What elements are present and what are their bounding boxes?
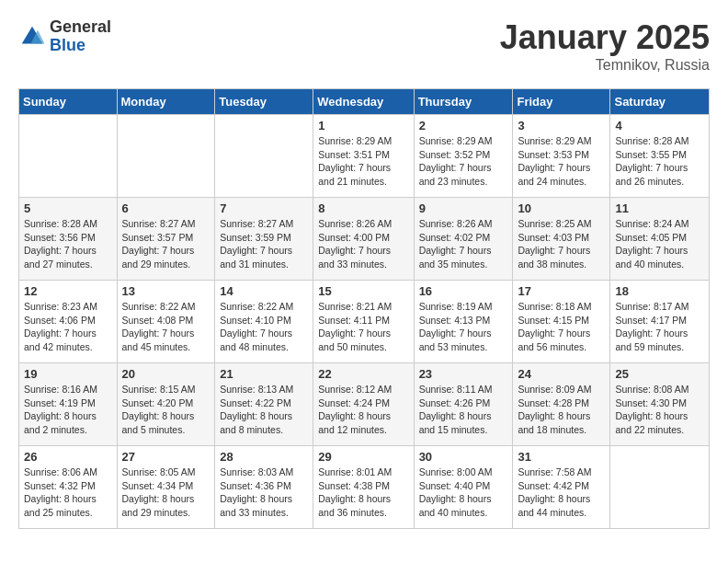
weekday-header-wednesday: Wednesday [313,89,414,115]
calendar-body: 1Sunrise: 8:29 AM Sunset: 3:51 PM Daylig… [19,115,710,529]
day-info: Sunrise: 8:22 AM Sunset: 4:08 PM Dayligh… [122,300,210,354]
weekday-header-monday: Monday [117,89,215,115]
day-cell-19: 19Sunrise: 8:16 AM Sunset: 4:19 PM Dayli… [19,363,118,446]
day-info: Sunrise: 8:29 AM Sunset: 3:52 PM Dayligh… [419,134,508,189]
day-cell-31: 31Sunrise: 7:58 AM Sunset: 4:42 PM Dayli… [513,446,610,529]
day-info: Sunrise: 8:27 AM Sunset: 3:59 PM Dayligh… [220,217,308,271]
day-info: Sunrise: 8:00 AM Sunset: 4:40 PM Dayligh… [419,465,508,520]
day-info: Sunrise: 8:28 AM Sunset: 3:55 PM Dayligh… [615,134,704,189]
logo-blue-text: Blue [50,37,111,55]
day-cell-26: 26Sunrise: 8:06 AM Sunset: 4:32 PM Dayli… [19,446,118,529]
day-info: Sunrise: 8:06 AM Sunset: 4:32 PM Dayligh… [24,465,112,520]
day-number: 29 [318,450,408,464]
day-cell-9: 9Sunrise: 8:26 AM Sunset: 4:02 PM Daylig… [414,198,513,281]
title-block: January 2025 Temnikov, Russia [500,18,710,74]
weekday-header-tuesday: Tuesday [215,89,313,115]
day-number: 16 [419,284,508,298]
day-cell-12: 12Sunrise: 8:23 AM Sunset: 4:06 PM Dayli… [19,281,118,363]
empty-cell [19,115,118,198]
weekday-header-friday: Friday [513,89,610,115]
day-number: 11 [615,201,704,215]
day-cell-21: 21Sunrise: 8:13 AM Sunset: 4:22 PM Dayli… [215,363,313,446]
day-info: Sunrise: 8:13 AM Sunset: 4:22 PM Dayligh… [220,383,308,437]
day-cell-18: 18Sunrise: 8:17 AM Sunset: 4:17 PM Dayli… [610,281,710,363]
location: Temnikov, Russia [500,57,710,74]
day-number: 30 [419,450,508,464]
day-cell-16: 16Sunrise: 8:19 AM Sunset: 4:13 PM Dayli… [414,281,513,363]
day-number: 5 [24,201,112,215]
day-cell-29: 29Sunrise: 8:01 AM Sunset: 4:38 PM Dayli… [313,446,414,529]
day-number: 27 [122,450,210,464]
weekday-header-thursday: Thursday [414,89,513,115]
day-info: Sunrise: 8:05 AM Sunset: 4:34 PM Dayligh… [122,465,210,520]
day-info: Sunrise: 8:25 AM Sunset: 4:03 PM Dayligh… [518,217,605,271]
day-number: 28 [220,450,308,464]
day-cell-3: 3Sunrise: 8:29 AM Sunset: 3:53 PM Daylig… [513,115,610,198]
day-number: 20 [122,367,210,381]
day-number: 15 [318,284,408,298]
day-number: 4 [615,119,704,132]
day-number: 21 [220,367,308,381]
day-cell-22: 22Sunrise: 8:12 AM Sunset: 4:24 PM Dayli… [313,363,414,446]
month-title: January 2025 [500,18,710,57]
day-number: 13 [122,284,210,298]
day-number: 31 [518,450,605,464]
week-row-5: 26Sunrise: 8:06 AM Sunset: 4:32 PM Dayli… [19,446,710,529]
day-cell-14: 14Sunrise: 8:22 AM Sunset: 4:10 PM Dayli… [215,281,313,363]
day-info: Sunrise: 8:08 AM Sunset: 4:30 PM Dayligh… [615,383,704,437]
weekday-header-row: SundayMondayTuesdayWednesdayThursdayFrid… [19,89,710,115]
day-number: 26 [24,450,112,464]
page-header: General Blue January 2025 Temnikov, Russ… [18,18,710,74]
day-info: Sunrise: 8:18 AM Sunset: 4:15 PM Dayligh… [518,300,605,354]
day-cell-24: 24Sunrise: 8:09 AM Sunset: 4:28 PM Dayli… [513,363,610,446]
day-number: 25 [615,367,704,381]
logo-icon [18,23,46,51]
day-info: Sunrise: 8:29 AM Sunset: 3:51 PM Dayligh… [318,134,408,189]
day-cell-23: 23Sunrise: 8:11 AM Sunset: 4:26 PM Dayli… [414,363,513,446]
logo-general-text: General [50,18,111,37]
week-row-1: 1Sunrise: 8:29 AM Sunset: 3:51 PM Daylig… [19,115,710,198]
logo-text: General Blue [50,18,111,55]
day-cell-4: 4Sunrise: 8:28 AM Sunset: 3:55 PM Daylig… [610,115,710,198]
day-number: 18 [615,284,704,298]
day-info: Sunrise: 8:27 AM Sunset: 3:57 PM Dayligh… [122,217,210,271]
week-row-3: 12Sunrise: 8:23 AM Sunset: 4:06 PM Dayli… [19,281,710,363]
day-info: Sunrise: 8:19 AM Sunset: 4:13 PM Dayligh… [419,300,508,354]
day-number: 8 [318,201,408,215]
day-info: Sunrise: 8:03 AM Sunset: 4:36 PM Dayligh… [220,465,308,520]
day-number: 10 [518,201,605,215]
week-row-4: 19Sunrise: 8:16 AM Sunset: 4:19 PM Dayli… [19,363,710,446]
empty-cell [215,115,313,198]
day-info: Sunrise: 8:26 AM Sunset: 4:00 PM Dayligh… [318,217,408,271]
week-row-2: 5Sunrise: 8:28 AM Sunset: 3:56 PM Daylig… [19,198,710,281]
day-info: Sunrise: 8:16 AM Sunset: 4:19 PM Dayligh… [24,383,112,437]
day-info: Sunrise: 8:24 AM Sunset: 4:05 PM Dayligh… [615,217,704,271]
day-cell-17: 17Sunrise: 8:18 AM Sunset: 4:15 PM Dayli… [513,281,610,363]
day-info: Sunrise: 8:11 AM Sunset: 4:26 PM Dayligh… [419,383,508,437]
day-info: Sunrise: 8:21 AM Sunset: 4:11 PM Dayligh… [318,300,408,354]
logo: General Blue [18,18,111,55]
day-number: 6 [122,201,210,215]
day-info: Sunrise: 8:23 AM Sunset: 4:06 PM Dayligh… [24,300,112,354]
day-number: 2 [419,119,508,132]
day-number: 19 [24,367,112,381]
day-info: Sunrise: 8:29 AM Sunset: 3:53 PM Dayligh… [518,134,605,189]
day-info: Sunrise: 8:15 AM Sunset: 4:20 PM Dayligh… [122,383,210,437]
empty-cell [610,446,710,529]
day-cell-20: 20Sunrise: 8:15 AM Sunset: 4:20 PM Dayli… [117,363,215,446]
calendar-header: SundayMondayTuesdayWednesdayThursdayFrid… [19,89,710,115]
weekday-header-sunday: Sunday [19,89,118,115]
day-cell-30: 30Sunrise: 8:00 AM Sunset: 4:40 PM Dayli… [414,446,513,529]
day-number: 14 [220,284,308,298]
day-info: Sunrise: 7:58 AM Sunset: 4:42 PM Dayligh… [518,465,605,520]
day-cell-8: 8Sunrise: 8:26 AM Sunset: 4:00 PM Daylig… [313,198,414,281]
day-number: 9 [419,201,508,215]
day-number: 3 [518,119,605,132]
day-cell-6: 6Sunrise: 8:27 AM Sunset: 3:57 PM Daylig… [117,198,215,281]
day-number: 17 [518,284,605,298]
day-info: Sunrise: 8:22 AM Sunset: 4:10 PM Dayligh… [220,300,308,354]
day-info: Sunrise: 8:28 AM Sunset: 3:56 PM Dayligh… [24,217,112,271]
day-info: Sunrise: 8:01 AM Sunset: 4:38 PM Dayligh… [318,465,408,520]
day-cell-11: 11Sunrise: 8:24 AM Sunset: 4:05 PM Dayli… [610,198,710,281]
day-cell-1: 1Sunrise: 8:29 AM Sunset: 3:51 PM Daylig… [313,115,414,198]
